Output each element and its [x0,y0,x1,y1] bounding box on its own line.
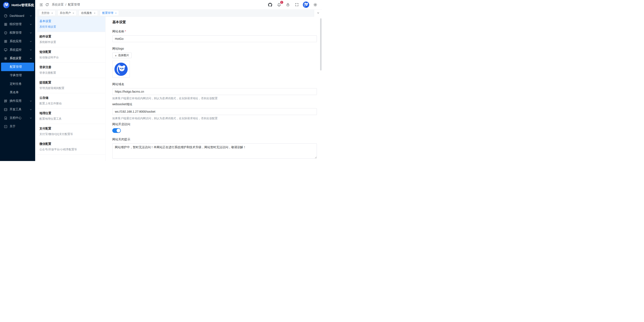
nav-item-title: 提现配置 [40,81,101,84]
vertical-scrollbar[interactable] [320,18,322,70]
nav-item-title: 云存储 [40,96,101,100]
sidebar-item-monitor[interactable]: 系统监控 [0,45,35,54]
choose-image-button[interactable]: + 选择图片 [112,53,132,58]
close-tip-label: 网站关闭提示 [112,138,317,141]
sidebar-item-devtools[interactable]: 开发工具 [0,105,35,114]
form-title: 基本设置 [112,20,317,24]
chevron-down-icon [30,108,32,111]
site-logo-preview[interactable] [112,61,130,78]
basic-settings-form: 基本设置 网站名称* 网站logo + 选择图片 [106,16,322,161]
settings-nav-list: 基本设置 系统常规设置 邮件设置 系统邮件设置 短信配置 短信验证码平台 登录注… [35,16,106,161]
header: 系统设置 / 配置管理 1 [35,0,322,9]
toggle-knob [116,129,120,132]
websocket-input[interactable] [112,108,317,115]
organization-icon [4,22,8,26]
nav-item-subtitle: 系统邮件设置 [40,40,101,44]
sidebar-item-about[interactable]: 关于 [0,122,35,131]
site-open-toggle[interactable] [112,128,121,133]
chevron-up-icon [30,57,32,60]
sidebar-subitem-dictionary[interactable]: 字典管理 [0,71,35,80]
websocket-label: websocket地址 [112,102,317,106]
sidebar-item-label: Dashboard [10,14,27,17]
app-window: HotGo管理系统 Dashboard 组织管理 [0,0,322,161]
nav-item-subtitle: 短信验证码平台 [40,56,101,59]
settings-nav-item-login[interactable]: 登录注册 登录注册配置 [37,63,105,78]
sidebar-item-dashboard[interactable]: Dashboard [0,11,35,20]
site-logo-label: 网站logo [112,47,317,51]
nav-item-subtitle: 配置上传文件驱动 [40,102,101,105]
settings-nav-item-sms[interactable]: 短信配置 短信验证码平台 [37,47,105,63]
sidebar-item-organization[interactable]: 组织管理 [0,20,35,28]
notification-bell-icon[interactable]: 1 [276,2,282,8]
chevron-down-icon [30,31,32,34]
tab-label: 后台用户 [60,11,71,15]
sidebar-subitem-blacklist[interactable]: 黑名单 [0,88,35,97]
chevron-down-icon [30,23,32,26]
sidebar-item-label: 组织管理 [10,22,27,26]
tab-bar: 主控台 × 后台用户 × 在线服务 × 配置管理 × [35,9,322,16]
chevron-down-icon [30,117,32,119]
chevron-down-icon [30,14,32,17]
tab-config-management[interactable]: 配置管理 × [100,10,119,16]
sidebar-item-label: 文档中心 [10,116,27,120]
settings-nav-item-basic[interactable]: 基本设置 系统常规设置 [37,16,105,32]
field-site-open: 网站开启访问 [112,122,317,133]
menu-collapse-icon[interactable] [38,2,44,8]
nav-item-title: 登录注册 [40,65,101,69]
nav-item-subtitle: 公众号/开放平台/小程序配置等 [40,148,101,151]
sidebar-item-system-app[interactable]: 系统应用 [0,37,35,45]
sidebar-subitem-cron[interactable]: 定时任务 [0,80,35,88]
tab-options-chevron-icon[interactable] [314,9,322,16]
user-avatar[interactable] [303,1,309,8]
tab-online-service[interactable]: 在线服务 × [79,10,98,16]
sidebar-item-plugins[interactable]: 插件应用 [0,97,35,105]
close-icon[interactable]: × [94,11,96,15]
close-icon[interactable]: × [51,11,53,15]
close-icon[interactable]: × [73,11,74,15]
tab-label: 在线服务 [81,11,92,15]
app-logo-row[interactable]: HotGo管理系统 [0,0,35,10]
settings-nav-item-wechat[interactable]: 微信配置 公众号/开放平台/小程序配置等 [37,139,105,155]
websocket-help: 如果客户端通过本地或内网访问，则认为是调试模式，走实际请求地址，否则走该配置 [112,116,317,120]
sidebar-subitem-config[interactable]: 配置管理 [1,63,34,71]
settings-nav-item-payment[interactable]: 支付配置 支付宝/微信/QQ支付配置等 [37,124,105,139]
close-tip-textarea[interactable]: 网站维护中，暂时无法访问！本网站正在进行系统维护和技术升级，网站暂时无法访问，敬… [112,143,317,159]
close-icon[interactable]: × [115,11,117,15]
sidebar-subitem-label: 黑名单 [10,90,19,94]
nav-item-title: 支付配置 [40,127,101,131]
settings-gear-icon[interactable] [312,2,318,8]
nav-item-subtitle: 配置地理位置工具 [40,117,101,121]
tab-dashboard[interactable]: 主控台 × [39,10,56,16]
sidebar-subitem-label: 配置管理 [10,65,22,69]
sidebar-item-permission[interactable]: 权限管理 [0,28,35,37]
github-icon[interactable] [267,2,273,8]
settings-nav-item-storage[interactable]: 云存储 配置上传文件驱动 [37,93,105,109]
settings-nav-item-geo[interactable]: 地理位置 配置地理位置工具 [37,109,105,124]
sidebar-item-label: 系统应用 [10,39,27,43]
breadcrumb-parent[interactable]: 系统设置 [52,3,64,6]
settings-nav-item-email[interactable]: 邮件设置 系统邮件设置 [37,32,105,47]
site-name-input[interactable] [112,35,317,42]
code-icon [4,108,8,111]
lock-icon[interactable] [285,2,291,8]
field-site-domain: 网站域名 如果客户端通过本地或内网访问，则认为是调试模式，走实际请求地址，否则走… [112,82,317,100]
sidebar: HotGo管理系统 Dashboard 组织管理 [0,0,35,161]
content-area: 基本设置 系统常规设置 邮件设置 系统邮件设置 短信配置 短信验证码平台 登录注… [35,16,322,161]
gear-icon [4,57,8,60]
refresh-icon[interactable] [44,2,50,8]
fullscreen-icon[interactable] [294,2,300,8]
chevron-down-icon [30,40,32,43]
chevron-down-icon [30,48,32,51]
notification-badge: 1 [280,1,284,4]
settings-nav-item-withdraw[interactable]: 提现配置 管理员提现规则配置 [37,78,105,93]
plus-icon: + [115,54,117,57]
sidebar-item-docs[interactable]: 文档中心 [0,114,35,122]
site-domain-input[interactable] [112,88,317,95]
nav-item-title: 微信配置 [40,142,101,146]
sidebar-item-system-settings[interactable]: 系统设置 [0,54,35,63]
choose-image-label: 选择图片 [118,53,129,57]
sidebar-subitem-label: 字典管理 [10,73,22,77]
nav-item-title: 邮件设置 [40,35,101,38]
tab-admin-users[interactable]: 后台用户 × [58,10,77,16]
breadcrumb-current: 配置管理 [68,3,80,6]
